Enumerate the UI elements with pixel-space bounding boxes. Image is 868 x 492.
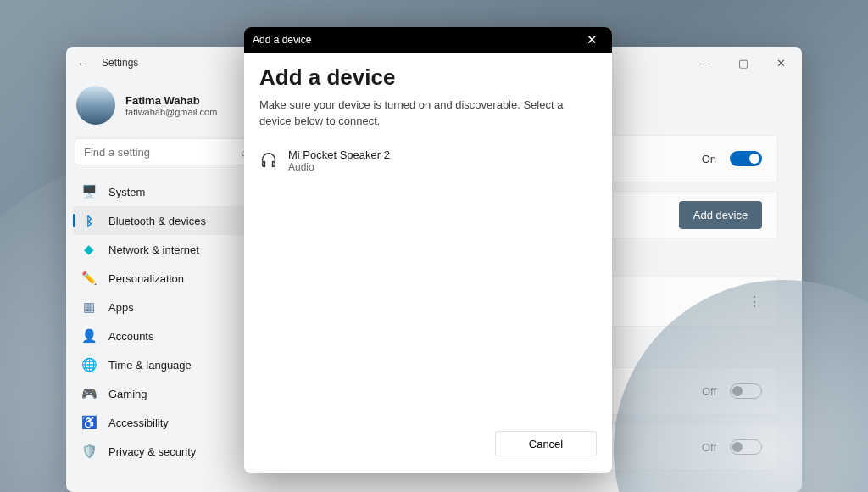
modal-close-button[interactable]: ✕: [580, 32, 604, 48]
sidebar-item-system[interactable]: 🖥️ System: [73, 177, 259, 206]
sidebar-item-personalization[interactable]: ✏️ Personalization: [73, 264, 259, 293]
metered-toggle[interactable]: [730, 439, 762, 455]
apps-icon: ▦: [81, 299, 97, 315]
add-device-modal: Add a device ✕ Add a device Make sure yo…: [244, 27, 612, 473]
toggle-state-label: Off: [702, 441, 716, 454]
modal-title: Add a device: [253, 34, 311, 46]
minimize-icon: —: [699, 57, 710, 70]
modal-titlebar: Add a device ✕: [244, 27, 612, 53]
sidebar-item-privacy[interactable]: 🛡️ Privacy & security: [73, 437, 259, 466]
globe-icon: 🌐: [81, 357, 97, 372]
headphones-icon: [259, 151, 278, 170]
close-icon: ✕: [776, 57, 786, 70]
maximize-icon: ▢: [738, 57, 748, 70]
gaming-icon: 🎮: [81, 386, 97, 401]
sidebar-item-accounts[interactable]: 👤 Accounts: [73, 321, 259, 350]
sidebar-item-label: Bluetooth & devices: [108, 215, 206, 227]
bluetooth-state-label: On: [702, 153, 716, 165]
sidebar-item-time[interactable]: 🌐 Time & language: [73, 350, 259, 379]
system-icon: 🖥️: [81, 184, 97, 199]
device-entry[interactable]: Mi Pocket Speaker 2 Audio: [259, 145, 597, 176]
cancel-button[interactable]: Cancel: [495, 431, 597, 456]
search-input[interactable]: [84, 146, 241, 159]
paintbrush-icon: ✏️: [81, 271, 97, 286]
maximize-button[interactable]: ▢: [724, 50, 762, 75]
user-email: fatiwahab@gmail.com: [125, 107, 217, 117]
close-icon: ✕: [587, 32, 598, 47]
bluetooth-icon: ᛒ: [81, 213, 97, 228]
sidebar-item-label: Network & internet: [108, 243, 199, 256]
close-button[interactable]: ✕: [762, 50, 800, 75]
back-arrow-icon: ←: [77, 56, 90, 70]
window-controls: — ▢ ✕: [686, 50, 800, 75]
sidebar-item-label: Accessibility: [108, 417, 169, 429]
more-icon[interactable]: ⋮: [748, 294, 762, 310]
modal-heading: Add a device: [259, 64, 597, 91]
avatar: [76, 86, 115, 125]
add-device-button[interactable]: Add device: [679, 201, 762, 229]
mode-toggle[interactable]: [730, 383, 762, 399]
modal-content: Add a device Make sure your device is tu…: [244, 53, 612, 473]
sidebar-item-bluetooth[interactable]: ᛒ Bluetooth & devices: [73, 206, 259, 235]
toggle-state-label: Off: [702, 385, 716, 398]
window-title: Settings: [102, 57, 138, 69]
bluetooth-toggle[interactable]: [730, 151, 762, 166]
sidebar-item-gaming[interactable]: 🎮 Gaming: [73, 379, 259, 408]
user-block[interactable]: Fatima Wahab fatiwahab@gmail.com: [73, 79, 259, 135]
sidebar-item-label: Personalization: [108, 272, 184, 285]
wifi-icon: ◆: [81, 242, 97, 257]
minimize-button[interactable]: —: [686, 50, 724, 75]
sidebar-item-label: Gaming: [108, 388, 147, 400]
modal-description: Make sure your device is turned on and d…: [259, 98, 597, 130]
sidebar-item-network[interactable]: ◆ Network & internet: [73, 235, 259, 264]
accessibility-icon: ♿: [81, 415, 97, 430]
sidebar: Fatima Wahab fatiwahab@gmail.com ⌕ 🖥️ Sy…: [66, 79, 265, 492]
sidebar-item-label: Accounts: [108, 330, 153, 343]
sidebar-item-label: Time & language: [108, 359, 192, 372]
user-name: Fatima Wahab: [125, 94, 217, 107]
sidebar-item-label: System: [108, 186, 145, 198]
sidebar-item-accessibility[interactable]: ♿ Accessibility: [73, 408, 259, 437]
modal-footer: Cancel: [259, 431, 597, 461]
sidebar-item-apps[interactable]: ▦ Apps: [73, 293, 259, 321]
sidebar-item-label: Apps: [108, 301, 134, 314]
sidebar-item-label: Privacy & security: [108, 445, 196, 458]
person-icon: 👤: [81, 328, 97, 344]
device-type: Audio: [288, 161, 390, 173]
shield-icon: 🛡️: [81, 444, 97, 459]
device-name: Mi Pocket Speaker 2: [288, 148, 390, 161]
search-box[interactable]: ⌕: [75, 138, 257, 165]
back-button[interactable]: ←: [68, 48, 98, 78]
